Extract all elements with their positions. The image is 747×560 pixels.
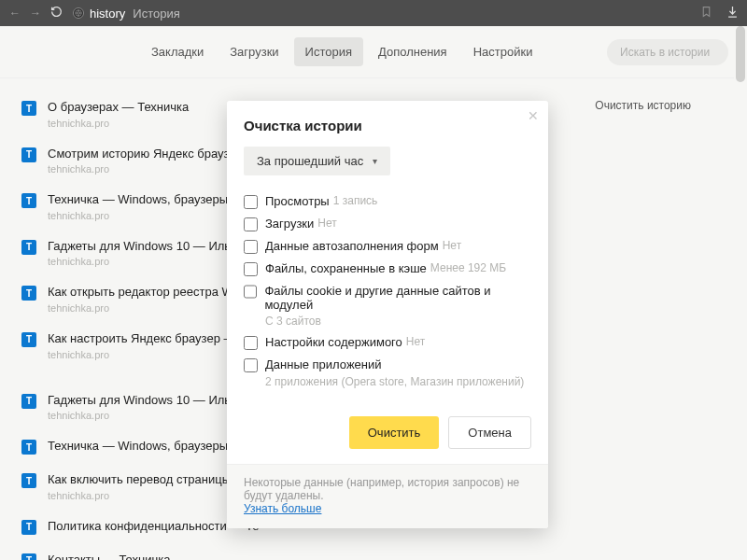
history-domain: tehnichka.pro — [48, 210, 255, 221]
back-icon[interactable]: ← — [7, 7, 22, 20]
reload-icon[interactable] — [49, 6, 63, 21]
favicon: T — [21, 473, 36, 488]
option-hint: Нет — [406, 335, 425, 348]
close-icon[interactable]: ✕ — [528, 108, 539, 123]
option-checkbox[interactable] — [244, 217, 258, 231]
option-row[interactable]: Настройки содержимогоНет — [244, 331, 531, 354]
option-row[interactable]: ЗагрузкиНет — [244, 213, 531, 235]
tab-4[interactable]: Настройки — [462, 37, 544, 66]
option-checkbox[interactable] — [244, 240, 258, 254]
browser-chrome: ← → history История — [0, 0, 747, 26]
option-hint: Нет — [443, 239, 461, 252]
option-checkbox[interactable] — [244, 336, 258, 350]
history-item[interactable]: TКонтакты — Техничкаtehnichka.pro — [21, 544, 691, 560]
modal-title: Очистка истории — [244, 118, 531, 133]
history-domain: tehnichka.pro — [48, 349, 254, 360]
history-domain: tehnichka.pro — [48, 490, 251, 501]
forward-icon: → — [28, 7, 43, 20]
url-primary[interactable]: history — [90, 7, 125, 21]
option-checkbox[interactable] — [244, 262, 258, 276]
favicon: T — [21, 101, 36, 116]
history-title: Техничка — Windows, браузеры, соц — [48, 192, 255, 207]
option-row[interactable]: Файлы, сохраненные в кэшеМенее 192 МБ — [244, 258, 531, 280]
chevron-down-icon: ▾ — [373, 156, 377, 166]
clear-button[interactable]: Очистить — [349, 416, 440, 449]
option-row[interactable]: Данные приложений — [244, 354, 531, 376]
history-title: Как включить перевод страницы в б — [48, 472, 251, 487]
scrollbar-thumb[interactable] — [736, 26, 745, 82]
favicon: T — [21, 553, 36, 560]
option-subtext: 2 приложения (Opera store, Магазин прило… — [265, 375, 531, 388]
favicon: T — [21, 332, 36, 347]
favicon: T — [21, 286, 36, 301]
option-label: Данные приложений — [265, 357, 382, 371]
option-label: Файлы cookie и другие данные сайтов и мо… — [264, 284, 531, 312]
history-domain: tehnichka.pro — [48, 118, 189, 129]
favicon: T — [21, 193, 36, 208]
modal-actions: Очистить Отмена — [227, 403, 548, 464]
history-domain: tehnichka.pro — [48, 302, 256, 314]
favicon: T — [21, 240, 36, 255]
history-title: Как настроить Яндекс браузер — Ал — [48, 331, 254, 346]
bookmark-icon[interactable] — [700, 6, 712, 21]
scrollbar-track[interactable] — [734, 26, 747, 560]
option-row[interactable]: Файлы cookie и другие данные сайтов и мо… — [244, 280, 531, 315]
favicon: T — [21, 147, 36, 162]
download-icon[interactable] — [726, 5, 740, 21]
history-title: Смотрим историю Яндекс браузера — [48, 147, 249, 161]
site-favicon — [73, 7, 84, 19]
modal-footer: Некоторые данные (например, история запр… — [227, 464, 548, 528]
option-checkbox[interactable] — [244, 195, 258, 209]
option-label: Данные автозаполнения форм — [265, 239, 439, 253]
history-title: О браузерах — Техничка — [48, 100, 189, 115]
search-input[interactable] — [607, 39, 728, 65]
history-title: Техничка — Windows, браузеры, соц — [48, 439, 255, 454]
learn-more-link[interactable]: Узнать больше — [244, 502, 321, 515]
option-hint: 1 запись — [333, 194, 378, 207]
favicon: T — [21, 520, 36, 535]
option-row[interactable]: Данные автозаполнения формНет — [244, 235, 531, 258]
period-dropdown[interactable]: За прошедший час ▾ — [244, 147, 390, 175]
clear-history-modal: ✕ Очистка истории За прошедший час ▾ Про… — [227, 101, 548, 528]
nav-row: ЗакладкиЗагрузкиИсторияДополненияНастрой… — [0, 26, 747, 78]
option-hint: Нет — [317, 217, 336, 230]
tab-0[interactable]: Закладки — [140, 37, 215, 66]
favicon: T — [21, 440, 36, 455]
tab-3[interactable]: Дополнения — [367, 37, 458, 66]
option-label: Загрузки — [265, 217, 314, 231]
cancel-button[interactable]: Отмена — [448, 416, 531, 449]
tab-2[interactable]: История — [294, 37, 363, 66]
clear-history-link[interactable]: Очистить историю — [595, 99, 691, 112]
option-hint: Менее 192 МБ — [430, 261, 506, 274]
option-checkbox[interactable] — [244, 285, 257, 299]
option-label: Просмотры — [265, 194, 330, 208]
footer-text: Некоторые данные (например, история запр… — [244, 476, 519, 502]
favicon: T — [21, 394, 36, 409]
url-secondary: История — [133, 7, 179, 21]
option-row[interactable]: Просмотры1 запись — [244, 190, 531, 213]
tab-1[interactable]: Загрузки — [218, 37, 289, 66]
option-subtext: С 3 сайтов — [265, 315, 531, 328]
period-label: За прошедший час — [257, 154, 363, 168]
history-title: Контакты — Техничка — [48, 553, 170, 560]
option-label: Настройки содержимого — [265, 335, 402, 349]
option-checkbox[interactable] — [244, 358, 258, 372]
history-domain: tehnichka.pro — [48, 163, 249, 175]
history-title: Как открыть редактор реестра Windо — [48, 285, 256, 300]
option-label: Файлы, сохраненные в кэше — [265, 261, 427, 275]
